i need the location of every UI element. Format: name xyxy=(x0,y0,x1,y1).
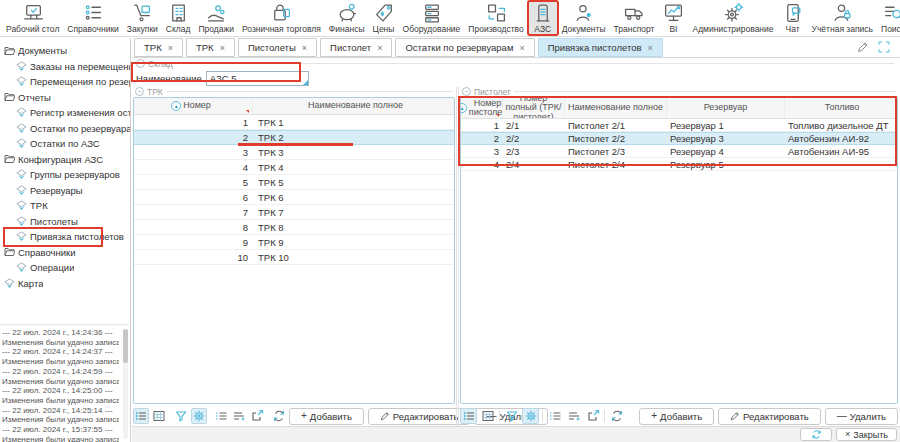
column-header-fuel[interactable]: Топливо xyxy=(785,98,897,118)
sidebar-item-pistols[interactable]: Пистолеты xyxy=(4,214,130,230)
toolbar-item-search[interactable]: Поиск xyxy=(877,1,900,35)
grid-view-button[interactable] xyxy=(151,408,167,424)
edit-button[interactable]: Редактировать xyxy=(718,408,821,425)
sort-settings-button[interactable] xyxy=(565,408,582,424)
table-row[interactable]: 42/4Пистолет 2/4Резервуар 5 xyxy=(461,158,897,171)
tab-reservoir-stock[interactable]: Остатки по резервуарам× xyxy=(395,38,534,57)
toolbar-item-chat[interactable]: Чат xyxy=(778,1,808,35)
refresh-button[interactable] xyxy=(608,408,625,424)
sidebar-item-operations[interactable]: Операции xyxy=(4,260,130,276)
open-window-button[interactable] xyxy=(249,408,265,424)
close-icon[interactable]: × xyxy=(519,43,524,53)
close-icon[interactable]: × xyxy=(220,43,225,53)
tab-pistol[interactable]: Пистолет× xyxy=(320,38,392,57)
close-icon[interactable]: × xyxy=(168,43,173,53)
close-icon[interactable]: × xyxy=(377,43,382,53)
filter-button[interactable] xyxy=(173,408,189,424)
plus-icon: + xyxy=(301,411,307,421)
settings-button[interactable] xyxy=(522,408,539,424)
table-row[interactable]: 1ТРК 1 xyxy=(134,115,454,130)
toolbar-item-equipment[interactable]: Оборудование xyxy=(399,1,465,35)
toolbar-item-account[interactable]: Учётная запись xyxy=(808,1,878,35)
tab-pistols[interactable]: Пистолеты× xyxy=(238,38,317,57)
toolbar-item-retail[interactable]: Розничная торговля xyxy=(238,1,325,35)
table-row[interactable]: 32/3Пистолет 2/3Резервуар 4Автобензин АИ… xyxy=(461,145,897,158)
column-header-reservoir[interactable]: Резервуар xyxy=(667,98,785,118)
sidebar-item-reservoir-stock[interactable]: Остатки по резервуарам xyxy=(4,121,130,137)
sidebar-folder-azs-config[interactable]: Конфигурация АЗС xyxy=(4,152,130,168)
close-icon[interactable]: × xyxy=(647,43,652,53)
table-row-selected[interactable]: 2ТРК 2 xyxy=(134,130,454,145)
group-legend-label: Пистолет xyxy=(474,87,511,97)
settings-button[interactable] xyxy=(191,408,207,424)
table-row-selected[interactable]: 22/2Пистолет 2/2Резервуар 3Автобензин АИ… xyxy=(461,132,897,145)
sidebar-folder-references[interactable]: Справочники xyxy=(4,245,130,261)
toolbar-item-desktop[interactable]: Рабочий стол xyxy=(2,1,63,35)
toolbar-item-bi[interactable]: BI xyxy=(658,1,688,35)
refresh-form-button[interactable] xyxy=(800,428,832,441)
cell-number: 7 xyxy=(134,207,253,218)
sidebar-item-pistol-binding[interactable]: Привязка пистолетов xyxy=(4,229,130,245)
expand-icon[interactable] xyxy=(878,41,890,53)
table-row[interactable]: 7ТРК 7 xyxy=(134,205,454,220)
collapse-icon[interactable]: − xyxy=(135,87,144,96)
toolbar-item-administration[interactable]: Администрирование xyxy=(688,1,777,35)
toolbar-item-purchases[interactable]: Закупки xyxy=(123,1,162,35)
collapse-icon[interactable]: − xyxy=(136,59,145,68)
collapse-icon[interactable]: − xyxy=(462,87,471,96)
open-window-button[interactable] xyxy=(584,408,601,424)
table-row[interactable]: 8ТРК 8 xyxy=(134,220,454,235)
add-button[interactable]: +Добавить xyxy=(289,408,364,425)
add-button[interactable]: +Добавить xyxy=(639,408,714,425)
toolbar-item-documents[interactable]: Документы xyxy=(558,1,610,35)
tab-pistol-binding[interactable]: Привязка пистолетов× xyxy=(538,38,663,57)
log-scrollbar[interactable] xyxy=(123,329,128,439)
toolbar-item-finance[interactable]: Финансы xyxy=(325,1,369,35)
table-row[interactable]: 10ТРК 10 xyxy=(134,250,454,265)
sidebar-item-reservoir-groups[interactable]: Группы резервуаров xyxy=(4,167,130,183)
grid-view-button[interactable] xyxy=(479,408,496,424)
sidebar-folder-documents[interactable]: Документы xyxy=(4,43,130,59)
toolbar-item-references[interactable]: Справочники xyxy=(63,1,123,35)
column-header-pistol-number[interactable]: ▲Номер пистолет xyxy=(461,98,503,118)
sidebar-item-trk[interactable]: ТРК xyxy=(4,198,130,214)
tab-trk-2[interactable]: ТРК× xyxy=(186,38,235,57)
table-row[interactable]: 5ТРК 5 xyxy=(134,175,454,190)
tab-trk-1[interactable]: ТРК× xyxy=(134,38,183,57)
column-header-full-name[interactable]: Наименование полное xyxy=(253,98,454,114)
table-row[interactable]: 3ТРК 3 xyxy=(134,145,454,160)
table-row[interactable]: 6ТРК 6 xyxy=(134,190,454,205)
toolbar-item-transport[interactable]: Транспорт xyxy=(610,1,659,35)
name-input[interactable] xyxy=(206,71,309,86)
table-row[interactable]: 4ТРК 4 xyxy=(134,160,454,175)
list-view-button[interactable] xyxy=(133,408,149,424)
filter-button[interactable] xyxy=(503,408,520,424)
sidebar-item-reservoir-transfers[interactable]: Перемещения по резервуарам xyxy=(4,74,130,90)
toolbar-item-sales[interactable]: Продажи xyxy=(194,1,238,35)
sidebar-item-azs-stock[interactable]: Остатки по АЗС xyxy=(4,136,130,152)
close-form-button[interactable]: ×Закрыть xyxy=(836,428,897,441)
column-header-number[interactable]: ▲Номер xyxy=(134,98,253,114)
toolbar-item-azs[interactable]: АЗС xyxy=(528,1,558,35)
sidebar-item-transfer-orders[interactable]: Заказы на перемещение по рез xyxy=(4,59,130,75)
numbered-list-button[interactable] xyxy=(213,408,229,424)
sort-settings-button[interactable] xyxy=(231,408,247,424)
close-icon[interactable]: × xyxy=(302,43,307,53)
list-view-button[interactable] xyxy=(460,408,477,424)
pencil-icon[interactable] xyxy=(857,41,869,53)
sidebar-item-stock-register[interactable]: Регистр изменения остатков по xyxy=(4,105,130,121)
table-row[interactable]: 9ТРК 9 xyxy=(134,235,454,250)
sidebar-item-reservoirs[interactable]: Резервуары xyxy=(4,183,130,199)
toolbar-item-prices[interactable]: Цены xyxy=(369,1,399,35)
table-row[interactable]: 12/1Пистолет 2/1Резервуар 1Топливо дизел… xyxy=(461,119,897,132)
column-header-full-name[interactable]: Наименование полное xyxy=(565,98,667,118)
sidebar-item-map[interactable]: Карта xyxy=(4,276,130,292)
numbered-list-button[interactable] xyxy=(546,408,563,424)
refresh-button[interactable] xyxy=(271,408,287,424)
scrollbar-thumb[interactable] xyxy=(123,329,128,363)
toolbar-item-warehouse[interactable]: Склад xyxy=(162,1,195,35)
toolbar-item-production[interactable]: Производство xyxy=(464,1,527,35)
column-header-full-number[interactable]: Номер полный (ТРК/ пистолет) xyxy=(503,98,565,118)
sidebar-folder-reports[interactable]: Отчеты xyxy=(4,90,130,106)
delete-button[interactable]: —Удалить xyxy=(825,408,898,425)
